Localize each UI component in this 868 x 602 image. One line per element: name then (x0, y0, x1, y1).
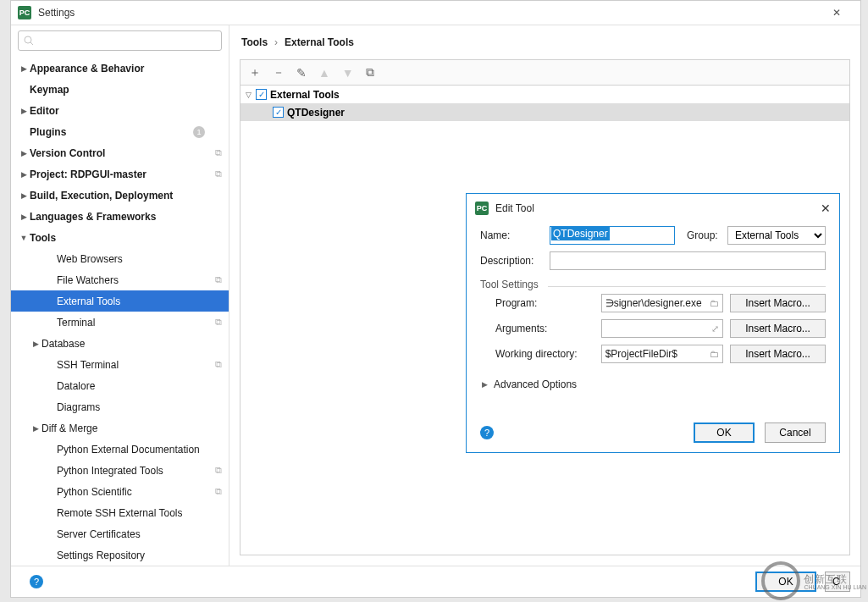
chevron-right-icon: › (274, 36, 278, 48)
checkbox[interactable]: ✓ (273, 107, 284, 118)
checkbox[interactable]: ✓ (256, 89, 267, 100)
arrow-icon[interactable]: ▶ (18, 191, 30, 200)
arrow-icon[interactable]: ▶ (18, 170, 30, 179)
titlebar: PC Settings ✕ (11, 1, 860, 25)
down-icon[interactable]: ▼ (342, 66, 354, 80)
tree-row[interactable]: ▶Plugins1 (11, 121, 229, 142)
close-icon[interactable]: ✕ (820, 1, 854, 25)
arguments-label: Arguments: (495, 323, 601, 334)
insert-macro-button[interactable]: Insert Macro... (730, 294, 826, 312)
list-item-row[interactable]: ✓ QTDesigner (240, 103, 849, 121)
tree-label: Datalore (57, 380, 229, 392)
tree-row[interactable]: ▶Server Certificates (11, 523, 229, 544)
tree-label: Server Certificates (57, 528, 229, 540)
help-icon[interactable]: ? (30, 575, 43, 588)
arrow-icon[interactable]: ▼ (18, 234, 30, 242)
folder-icon[interactable]: 🗀 (710, 349, 719, 359)
tree-row[interactable]: ▶Web Browsers (11, 248, 229, 269)
tree-row[interactable]: ▶Keymap (11, 79, 229, 100)
working-dir-label: Working directory: (495, 348, 601, 360)
search-field[interactable] (37, 35, 216, 47)
expand-icon[interactable]: ⤢ (711, 323, 719, 334)
cancel-button[interactable]: Cancel (765, 423, 826, 443)
close-icon[interactable]: ✕ (821, 202, 831, 215)
watermark: 创新互联 CHUANG XIN HU LIAN (761, 561, 866, 600)
advanced-options[interactable]: ▶ Advanced Options (480, 378, 826, 390)
list-toolbar: ＋ － ✎ ▲ ▼ ⧉ (240, 59, 850, 85)
description-label: Description: (480, 255, 550, 267)
insert-macro-button[interactable]: Insert Macro... (730, 319, 826, 338)
tree-row[interactable]: ▶Project: RDPGUI-master⧉ (11, 163, 229, 185)
tree-label: Version Control (30, 147, 229, 159)
group-select[interactable]: External Tools (727, 226, 826, 245)
arrow-icon[interactable]: ▶ (18, 213, 30, 221)
tree-row[interactable]: ▶External Tools (11, 290, 229, 312)
copy-icon[interactable]: ⧉ (366, 65, 374, 80)
tree-row[interactable]: ▼Tools (11, 227, 229, 248)
scope-icon: ⧉ (215, 465, 222, 476)
arrow-icon[interactable]: ▶ (18, 107, 30, 115)
program-field[interactable]: ∋signer\designer.exe 🗀 (601, 294, 723, 312)
tree-row[interactable]: ▶Python External Documentation (11, 439, 229, 460)
ok-button[interactable]: OK (694, 423, 755, 443)
scope-icon: ⧉ (215, 359, 222, 370)
dialog-body: Name: QTDesigner Group: External Tools D… (467, 223, 839, 413)
settings-footer: ? OK C (11, 566, 860, 597)
tree-label: Python Integrated Tools (57, 465, 229, 477)
working-dir-field[interactable]: $ProjectFileDir$ 🗀 (601, 345, 723, 363)
tree-label: Terminal (57, 317, 229, 329)
edit-icon[interactable]: ✎ (296, 66, 307, 80)
expand-icon[interactable]: ▽ (246, 91, 256, 99)
tree-row[interactable]: ▶Appearance & Behavior (11, 58, 229, 79)
tree-label: External Tools (57, 295, 229, 307)
tree-label: Python External Documentation (57, 444, 229, 456)
tree-row[interactable]: ▶Remote SSH External Tools (11, 502, 229, 523)
list-group-row[interactable]: ▽ ✓ External Tools (240, 86, 849, 103)
tree-row[interactable]: ▶Database (11, 333, 229, 354)
tree-row[interactable]: ▶Editor (11, 100, 229, 121)
arrow-icon[interactable]: ▶ (18, 149, 30, 157)
tree-row[interactable]: ▶Python Integrated Tools⧉ (11, 460, 229, 481)
tree-label: Languages & Frameworks (30, 211, 229, 223)
tree-label: Database (41, 338, 229, 350)
breadcrumb-root[interactable]: Tools (241, 36, 268, 48)
add-icon[interactable]: ＋ (249, 65, 261, 80)
folder-icon[interactable]: 🗀 (710, 298, 719, 308)
tree-row[interactable]: ▶Settings Repository (11, 544, 229, 566)
tree-row[interactable]: ▶Python Scientific⧉ (11, 481, 229, 502)
tree-row[interactable]: ▶Languages & Frameworks (11, 206, 229, 227)
tool-settings-label: Tool Settings (480, 279, 826, 290)
settings-tree[interactable]: ▶Appearance & Behavior▶Keymap▶Editor▶Plu… (11, 56, 229, 566)
tree-row[interactable]: ▶Build, Execution, Deployment (11, 185, 229, 206)
window-title: Settings (38, 7, 820, 19)
main-panel: Tools › External Tools ＋ － ✎ ▲ ▼ ⧉ ▽ ✓ E… (229, 25, 860, 566)
arrow-icon[interactable]: ▶ (30, 340, 41, 348)
dialog-titlebar: PC Edit Tool ✕ (467, 194, 839, 223)
search-input[interactable] (18, 30, 222, 51)
tree-label: File Watchers (57, 274, 229, 286)
scope-icon: ⧉ (215, 168, 222, 179)
tree-row[interactable]: ▶SSH Terminal⧉ (11, 354, 229, 375)
tree-row[interactable]: ▶Diagrams (11, 396, 229, 417)
tree-row[interactable]: ▶Diff & Merge (11, 417, 229, 439)
tree-row[interactable]: ▶Datalore (11, 375, 229, 396)
tree-label: Editor (30, 105, 229, 117)
tree-label: SSH Terminal (57, 359, 229, 371)
tree-row[interactable]: ▶Terminal⧉ (11, 312, 229, 333)
remove-icon[interactable]: － (273, 65, 285, 80)
tree-row[interactable]: ▶Version Control⧉ (11, 142, 229, 163)
tree-label: Remote SSH External Tools (57, 507, 229, 519)
arrow-icon[interactable]: ▶ (18, 64, 30, 73)
up-icon[interactable]: ▲ (318, 66, 330, 80)
description-field[interactable] (550, 251, 826, 270)
name-field[interactable]: QTDesigner (550, 226, 675, 245)
search-icon (24, 36, 34, 46)
tree-row[interactable]: ▶File Watchers⧉ (11, 269, 229, 290)
help-icon[interactable]: ? (480, 426, 494, 439)
insert-macro-button[interactable]: Insert Macro... (730, 345, 826, 363)
arguments-field[interactable]: ⤢ (601, 319, 723, 338)
tree-label: Web Browsers (57, 253, 229, 265)
name-label: Name: (480, 229, 550, 241)
arrow-icon[interactable]: ▶ (30, 424, 41, 433)
tree-label: Python Scientific (57, 486, 229, 498)
